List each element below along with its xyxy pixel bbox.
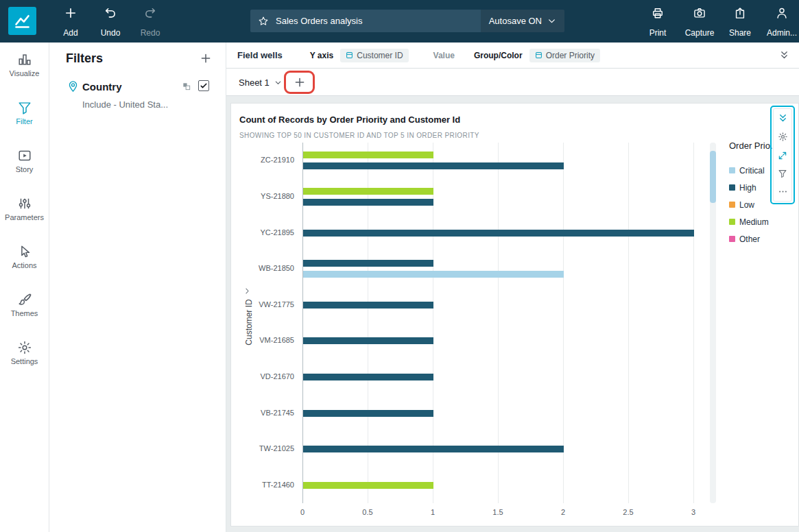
bar-vb-21745-high[interactable] [303,410,433,417]
bar-vw-21775-high[interactable] [303,302,433,309]
sidebar-item-filter[interactable]: Filter [0,100,49,132]
y-category-label: YC-21895 [260,228,294,237]
bar-vd-21670-high[interactable] [303,374,433,380]
share-icon [733,6,747,20]
redo-icon [143,6,157,20]
bar-wb-21850-critical[interactable] [303,271,564,278]
chevron-down-icon [274,79,282,86]
y-axis-field-pill[interactable]: Customer ID [340,49,408,62]
x-tick-label: 1 [431,508,435,516]
capture-button[interactable]: Capture [681,6,718,38]
field-icon [535,51,542,59]
group-color-field-name: Order Priority [546,51,595,60]
double-chevron-down-icon[interactable] [779,50,789,60]
chart-scrollbar[interactable] [710,143,716,503]
legend-entry-other[interactable]: Other [729,230,798,247]
legend-label: Low [739,200,754,210]
sidebar-item-label: Filter [16,117,32,125]
sheet-bar: Sheet 1 [226,69,799,96]
redo-button[interactable]: Redo [134,6,167,38]
bar-ys-21880-high[interactable] [303,199,433,206]
scrollbar-thumb[interactable] [710,151,716,203]
undo-button[interactable]: Undo [94,6,127,38]
filter-enabled-checkbox[interactable] [198,80,209,91]
gridline [693,143,694,503]
filter-scope-icon[interactable] [182,82,191,91]
legend-label: Other [739,234,760,244]
legend-label: High [739,183,756,193]
print-label: Print [649,28,667,38]
sheet-tab-label: Sheet 1 [239,77,270,88]
filter-item-country[interactable]: Country [82,81,122,93]
quicksight-logo[interactable] [8,7,36,35]
bar-vm-21685-high[interactable] [303,337,433,344]
sidebar-item-actions[interactable]: Actions [0,244,49,276]
bar-zc-21910-medium[interactable] [303,152,433,158]
y-axis-well-label: Y axis [310,51,333,60]
y-category-label: VM-21685 [259,336,294,344]
legend-label: Critical [739,166,765,176]
top-bar: Add Undo Redo Sales Orders analysis Auto… [0,0,799,43]
sidebar-item-label: Visualize [10,69,40,77]
sidebar-item-settings[interactable]: Settings [0,340,49,372]
location-pin-icon [67,80,80,93]
y-category-label: TT-21460 [262,481,294,489]
sidebar-item-label: Themes [11,309,38,317]
y-category-label: VD-21670 [260,372,294,380]
print-button[interactable]: Print [641,6,674,38]
sheet-tab[interactable]: Sheet 1 [239,69,282,96]
y-axis-field-name: Customer ID [357,51,403,60]
plus-icon [64,6,77,20]
plot-area [302,143,707,503]
sidebar-item-label: Settings [11,357,38,365]
visual-card: Count of Records by Order Priority and C… [230,103,799,527]
bar-yc-21895-high[interactable] [303,230,694,237]
sliders-icon [17,196,32,211]
bar-ys-21880-medium[interactable] [303,188,433,195]
person-icon [775,6,789,20]
add-label: Add [63,28,77,38]
filters-panel-title: Filters [66,51,103,66]
quicksight-app: Add Undo Redo Sales Orders analysis Auto… [0,0,799,532]
value-well-label[interactable]: Value [433,51,455,60]
brush-icon [17,292,32,307]
add-filter-button[interactable] [200,52,212,64]
y-category-label: VW-21775 [259,300,294,309]
sidebar-item-themes[interactable]: Themes [0,292,49,324]
x-tick-label: 1.5 [492,508,503,516]
autosave-dropdown[interactable]: Autosave ON [481,10,564,32]
x-tick-label: 0 [300,508,305,516]
gridline [628,143,629,503]
undo-label: Undo [101,28,121,38]
star-icon[interactable] [258,16,269,27]
legend-entry-medium[interactable]: Medium [729,213,798,230]
visual-options-ellipsis-icon[interactable] [778,186,788,197]
share-button[interactable]: Share [724,6,756,38]
bar-tt-21460-medium[interactable] [303,482,433,489]
bar-zc-21910-high[interactable] [303,162,564,169]
bar-chart-icon [17,52,32,67]
sidebar-item-parameters[interactable]: Parameters [0,196,49,228]
filter-item-detail: Include - United Sta... [82,99,168,110]
visual-filter-icon[interactable] [778,169,787,178]
group-color-field-pill[interactable]: Order Priority [529,49,600,62]
maximize-visual-icon[interactable] [778,151,787,160]
add-button[interactable]: Add [54,6,87,38]
bar-wb-21850-high[interactable] [303,260,433,267]
analysis-title-bar: Sales Orders analysis Autosave ON [250,10,564,32]
x-tick-label: 3 [691,508,695,516]
sidebar-item-visualize[interactable]: Visualize [0,52,49,84]
visual-title: Count of Records by Order Priority and C… [239,114,460,125]
visual-settings-gear-icon[interactable] [778,132,788,142]
expand-visual-menu-icon[interactable] [778,113,788,123]
camera-icon [693,6,706,20]
field-icon [346,51,353,59]
sidebar-item-story[interactable]: Story [0,148,49,180]
legend-label: Medium [739,217,769,227]
capture-label: Capture [685,28,715,38]
redo-label: Redo [141,28,160,38]
bar-tw-21025-high[interactable] [303,446,564,452]
add-sheet-button[interactable] [294,76,306,88]
admin-button[interactable]: Admin... [764,6,799,38]
analysis-title: Sales Orders analysis [276,16,481,26]
